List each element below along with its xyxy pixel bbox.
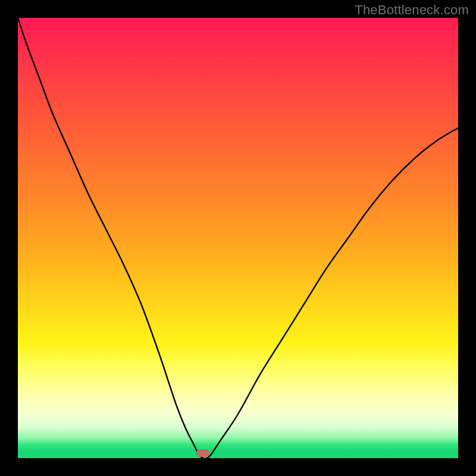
watermark-text: TheBottleneck.com bbox=[355, 2, 469, 18]
plot-area bbox=[18, 18, 458, 458]
curve-path bbox=[18, 18, 458, 458]
chart-frame: TheBottleneck.com bbox=[0, 0, 476, 476]
bottleneck-curve bbox=[18, 18, 458, 458]
minimum-marker bbox=[196, 449, 209, 457]
